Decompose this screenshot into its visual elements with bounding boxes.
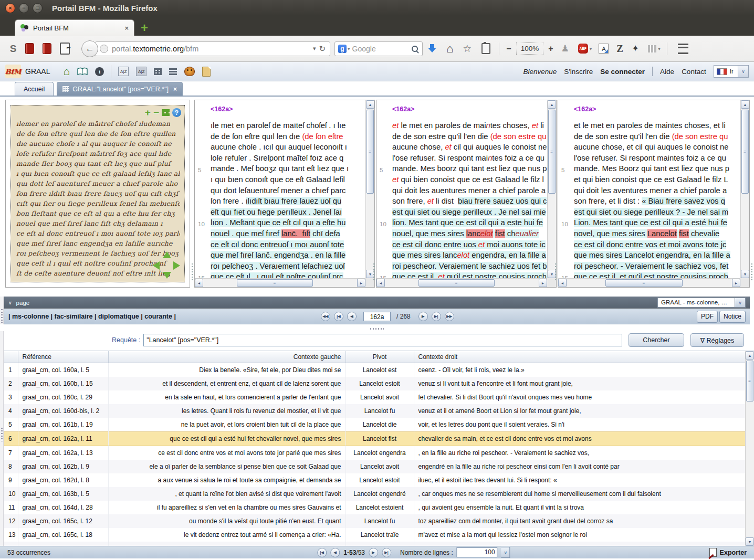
notice-button[interactable]: Notice: [719, 311, 746, 323]
collapse-chevron-icon[interactable]: ∨: [8, 300, 12, 305]
concordance-grid-icon[interactable]: [154, 68, 162, 75]
panel-splitter[interactable]: [750, 100, 753, 288]
pan-right-icon[interactable]: [173, 261, 180, 270]
cell-num[interactable]: 1: [4, 363, 18, 377]
pdf-button[interactable]: PDF: [697, 311, 718, 323]
scrollbar-thumb[interactable]: ≡: [746, 361, 753, 401]
red-book-icon-2[interactable]: [43, 43, 51, 54]
fast-prev-page-button[interactable]: |◀: [334, 312, 343, 321]
edition-list[interactable]: | ms-colonne | fac-similaire | diplomati…: [8, 313, 176, 320]
cell-rctx[interactable]: chevalier de sa main, et ce est cil donc…: [414, 432, 746, 446]
prev-page-button[interactable]: ◀: [347, 312, 357, 321]
open-book-icon[interactable]: [77, 67, 88, 76]
scrollbar-thumb[interactable]: ≡: [418, 279, 495, 287]
page-number-input[interactable]: 162a: [363, 312, 391, 321]
txm-mascot-icon[interactable]: [184, 67, 195, 76]
reload-icon[interactable]: ↻: [319, 44, 326, 54]
cell-lctx[interactable]: ele a oï parler de la semblance si pense…: [108, 460, 345, 473]
scrollbar-thumb[interactable]: ≡: [605, 279, 683, 287]
cell-rctx[interactable]: venuz si li vont tuit a l'encontre et li…: [414, 377, 746, 390]
query-input[interactable]: [143, 334, 622, 346]
cell-ref[interactable]: graal_cm, col. 160d-bis, l. 2: [18, 404, 108, 418]
table-row[interactable]: 8graal_cm, col. 162b, l. 9ele a oï parle…: [4, 460, 746, 473]
cell-pivot[interactable]: Lancelot avoit: [345, 390, 414, 404]
cell-ref[interactable]: graal_cm, col. 162a, l. 13: [18, 446, 108, 460]
first-results-button[interactable]: |◀: [317, 548, 327, 557]
language-select[interactable]: fr ∨: [714, 65, 749, 78]
cell-rctx[interactable]: , en la fille au riche roi pescheor. - V…: [414, 446, 746, 460]
scroll-left-icon[interactable]: ◄: [376, 279, 385, 287]
last-results-button[interactable]: ▶|: [382, 548, 391, 557]
pinwheel-extension-icon[interactable]: ✦: [632, 41, 639, 57]
corpus-select[interactable]: GRAAL - ms-colonne, … ∨: [657, 298, 746, 308]
cell-lctx[interactable]: Diex la beneïe. «Sire, fet ele, por Dieu…: [108, 363, 345, 377]
cell-num[interactable]: 6: [4, 432, 18, 446]
info-icon[interactable]: i: [95, 67, 104, 76]
search-bar[interactable]: g ▾ Google: [334, 41, 423, 56]
bfm-logo[interactable]: BfM: [5, 65, 21, 78]
cell-ref[interactable]: graal_cm, col. 160a, l. 5: [18, 363, 108, 377]
cell-ref[interactable]: graal_cm, col. 165c, l. 12: [18, 514, 108, 528]
scrollbar-thumb[interactable]: ≡: [237, 279, 313, 287]
cell-num[interactable]: 13: [4, 528, 18, 542]
cell-pivot[interactable]: Lancelot est: [345, 363, 414, 377]
cell-rctx[interactable]: m'avez et mise a la mort qui lessiez l'o…: [414, 528, 746, 542]
login-link[interactable]: Se connecter: [600, 68, 645, 76]
cell-ref[interactable]: graal_cm, col. 160c, l. 29: [18, 390, 108, 404]
cell-num[interactable]: 10: [4, 487, 18, 501]
tab-groups-dropdown-icon[interactable]: ▾: [658, 46, 661, 51]
cell-pivot[interactable]: Lancelot fist: [345, 432, 414, 446]
cell-num[interactable]: 11: [4, 501, 18, 514]
image-fullscreen-icon[interactable]: [162, 109, 170, 116]
image-zoom-in-icon[interactable]: +: [145, 109, 151, 117]
cell-num[interactable]: 2: [4, 377, 18, 390]
cell-pivot[interactable]: Lancelot estoit: [345, 377, 414, 390]
grey-extension-icon[interactable]: ♟: [561, 41, 569, 57]
cell-ref[interactable]: graal_cm, col. 160b, l. 15: [18, 377, 108, 390]
cell-ref[interactable]: graal_cm, col. 164d, l. 28: [18, 501, 108, 514]
cell-rctx[interactable]: toz apareilliez com del monter, il qui t…: [414, 514, 746, 528]
next-results-button[interactable]: ▶: [369, 548, 378, 557]
table-row[interactable]: 9graal_cm, col. 162d, l. 8a aux venue si…: [4, 473, 746, 487]
cell-pivot[interactable]: Lancelot estoit: [345, 473, 414, 487]
table-row[interactable]: 2graal_cm, col. 160b, l. 15et il descend…: [4, 377, 746, 390]
cell-lctx[interactable]: , et quant la reïne l'ot bien avisé si d…: [108, 487, 345, 501]
cell-rctx[interactable]: ceenz. - Oïl voir, fet li rois, veez le …: [414, 363, 746, 377]
cell-num[interactable]: 12: [4, 514, 18, 528]
browser-tab[interactable]: Portail BFM ×: [15, 19, 134, 36]
cell-pivot[interactable]: Lancelot die: [345, 418, 414, 432]
scroll-down-icon[interactable]: ▼: [746, 537, 754, 546]
image-zoom-out-icon[interactable]: −: [153, 109, 159, 117]
window-minimize-button[interactable]: −: [19, 3, 29, 13]
new-tab-button[interactable]: +: [141, 22, 148, 34]
table-row[interactable]: 3graal_cm, col. 160c, l. 29en la sale en…: [4, 390, 746, 404]
table-row[interactable]: 6graal_cm, col. 162a, l. 11que ce est ci…: [4, 432, 746, 446]
context-lines-icon[interactable]: [169, 68, 177, 75]
cell-rctx[interactable]: , qui avoient geu ensemble la nuit. Et q…: [414, 501, 746, 514]
next-page-button[interactable]: ▶: [418, 312, 428, 321]
url-dropdown-icon[interactable]: ▾: [313, 45, 316, 52]
adblock-dropdown-icon[interactable]: ▾: [590, 46, 592, 51]
cell-num[interactable]: 5: [4, 418, 18, 432]
zoom-out-button[interactable]: −: [506, 41, 511, 57]
url-bar[interactable]: portal.textometrie.org/bfm ▾ ↻: [95, 41, 330, 56]
search-engine-dropdown-icon[interactable]: ▾: [348, 46, 350, 51]
window-maximize-button[interactable]: □: [33, 3, 43, 13]
cell-ref[interactable]: graal_cm, col. 162b, l. 9: [18, 460, 108, 473]
table-row[interactable]: 10graal_cm, col. 163b, l. 5, et quant la…: [4, 487, 746, 501]
page-share-icon[interactable]: [60, 43, 70, 55]
panel-splitter[interactable]: [373, 100, 375, 288]
lexicon-az-icon[interactable]: A|Z: [136, 67, 146, 76]
scroll-left-icon[interactable]: ◄: [195, 279, 203, 287]
cell-pivot[interactable]: Lancelot fu: [345, 514, 414, 528]
export-control[interactable]: Exporter: [709, 548, 747, 557]
facsimile-image-panel[interactable]: + − ? ılemer en paroleſ de māıtreſ choſe…: [5, 100, 190, 288]
lines-dropdown-icon[interactable]: ∨: [501, 547, 510, 558]
header-pivot[interactable]: Pivot: [345, 351, 414, 363]
cell-pivot[interactable]: Lancelot estoient: [345, 501, 414, 514]
cell-rctx[interactable]: voir, et les letres dou pont que il soie…: [414, 418, 746, 432]
index-az-icon[interactable]: A|Z: [118, 67, 129, 76]
prev-results-button[interactable]: ◀: [330, 548, 340, 557]
cell-rctx[interactable]: venuz et il ot amené Boort et Lion si lo…: [414, 404, 746, 418]
cell-lctx[interactable]: en la sale en haut, et lors comencierent…: [108, 390, 345, 404]
